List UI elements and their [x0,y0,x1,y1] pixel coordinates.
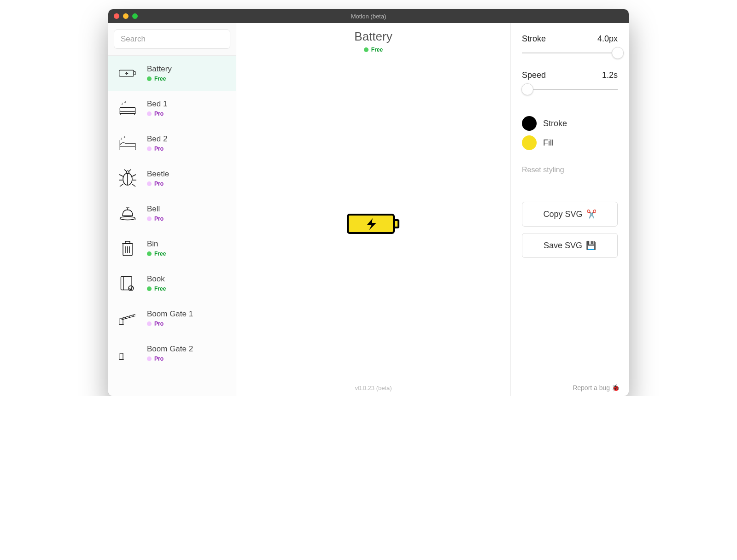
minimize-window-icon[interactable] [123,13,129,19]
tier-dot-icon [147,321,152,326]
speed-label: Speed [522,70,546,80]
save-svg-button[interactable]: Save SVG 💾 [522,233,618,258]
speed-control: Speed 1.2s [522,70,618,94]
svg-rect-36 [121,276,132,290]
svg-text:z: z [121,137,123,140]
ladybug-icon: 🐞 [612,384,620,391]
speed-slider[interactable] [522,85,618,94]
sidebar-item-text: Bed 1Pro [147,99,167,117]
sidebar-item-label: Book [147,274,166,284]
svg-line-18 [132,175,136,176]
tier-badge: Pro [147,356,193,362]
speed-value: 1.2s [602,70,618,80]
svg-line-21 [120,184,123,187]
svg-point-27 [120,216,135,220]
sidebar-item-beetle[interactable]: BeetlePro [108,161,236,196]
tier-badge: Pro [147,111,167,117]
svg-text:z: z [124,100,126,103]
tier-label: Pro [154,321,164,327]
reset-styling-link[interactable]: Reset styling [522,166,618,174]
preview-tier-badge: Free [354,47,392,53]
sidebar-item-text: BellPro [147,204,164,222]
fullscreen-window-icon[interactable] [132,13,138,19]
window-title: Motion (beta) [108,13,629,20]
svg-line-44 [129,316,129,317]
icon-list[interactable]: BatteryFreezzBed 1ProzzBed 2ProBeetlePro… [108,56,236,396]
sidebar-item-label: Bed 1 [147,99,167,109]
battery-preview-icon [346,210,401,239]
tier-dot-icon [147,76,152,81]
sidebar-item-boomgate2[interactable]: Boom Gate 2Pro [108,336,236,371]
tier-dot-icon [147,286,152,291]
boomgate1-icon [117,308,138,328]
sidebar-item-label: Bin [147,239,166,249]
report-bug-link[interactable]: Report a bug 🐞 [573,384,620,391]
sidebar-item-label: Beetle [147,169,169,179]
stroke-slider-thumb[interactable] [612,47,624,59]
sidebar-item-text: BatteryFree [147,64,172,82]
preview-panel: Battery Free v0.0.23 (beta) [236,23,511,396]
svg-line-22 [132,184,135,187]
svg-rect-5 [120,111,135,114]
copy-svg-button[interactable]: Copy SVG ✂️ [522,202,618,227]
tier-label: Pro [154,216,164,222]
svg-line-43 [125,317,126,319]
tier-badge: Pro [147,181,169,187]
close-window-icon[interactable] [114,13,119,19]
fill-swatch-icon [522,135,537,150]
export-actions: Copy SVG ✂️ Save SVG 💾 [522,202,618,258]
tier-label: Pro [154,111,164,117]
bell-icon [117,203,138,223]
tier-badge: Free [147,286,166,292]
sidebar-item-book[interactable]: BookFree [108,266,236,301]
titlebar[interactable]: Motion (beta) [108,9,629,23]
stroke-swatch-icon [522,116,537,131]
svg-rect-4 [120,107,135,111]
svg-line-45 [133,315,134,316]
svg-line-24 [129,169,131,171]
color-controls: Stroke Fill [522,116,618,155]
sidebar-item-text: Boom Gate 1Pro [147,309,193,327]
stroke-control: Stroke 4.0px [522,34,618,58]
sidebar-item-boomgate1[interactable]: Boom Gate 1Pro [108,301,236,336]
tier-badge: Pro [147,146,167,152]
book-icon [117,273,138,293]
sidebar-item-text: BookFree [147,274,166,292]
sidebar-item-bed1[interactable]: zzBed 1Pro [108,91,236,126]
sidebar-item-text: BinFree [147,239,166,257]
inspector-panel: Stroke 4.0px Speed 1.2s [511,23,629,396]
sidebar-item-bell[interactable]: BellPro [108,196,236,231]
sidebar-item-bed2[interactable]: zzBed 2Pro [108,126,236,161]
version-label: v0.0.23 (beta) [236,385,510,391]
sidebar-item-text: Bed 2Pro [147,134,167,152]
svg-text:z: z [122,102,123,105]
sidebar-item-battery[interactable]: BatteryFree [108,56,236,91]
sidebar-item-text: BeetlePro [147,169,169,187]
stroke-color-picker[interactable]: Stroke [522,116,618,131]
bin-icon [117,238,138,258]
stroke-slider[interactable] [522,48,618,58]
sidebar-item-bin[interactable]: BinFree [108,231,236,266]
tier-label: Free [154,286,166,292]
fill-color-label: Fill [543,138,554,148]
svg-rect-49 [394,220,398,228]
tier-dot-icon [147,216,152,221]
boomgate2-icon [117,343,138,363]
speed-slider-thumb[interactable] [521,83,533,95]
scissors-icon: ✂️ [586,209,597,219]
app-body: BatteryFreezzBed 1ProzzBed 2ProBeetlePro… [108,23,629,396]
tier-dot-icon [147,181,152,186]
fill-color-picker[interactable]: Fill [522,135,618,150]
stroke-label: Stroke [522,34,546,44]
tier-label: Free [154,76,166,82]
tier-dot-icon [147,251,152,256]
svg-rect-46 [120,353,123,359]
tier-dot-icon [147,111,152,116]
battery-icon [117,63,138,83]
preview-title: Battery [354,29,392,44]
search-input[interactable] [114,29,230,49]
sidebar-item-text: Boom Gate 2Pro [147,344,193,362]
tier-label: Pro [154,146,164,152]
svg-text:z: z [124,135,126,138]
floppy-icon: 💾 [586,240,596,251]
